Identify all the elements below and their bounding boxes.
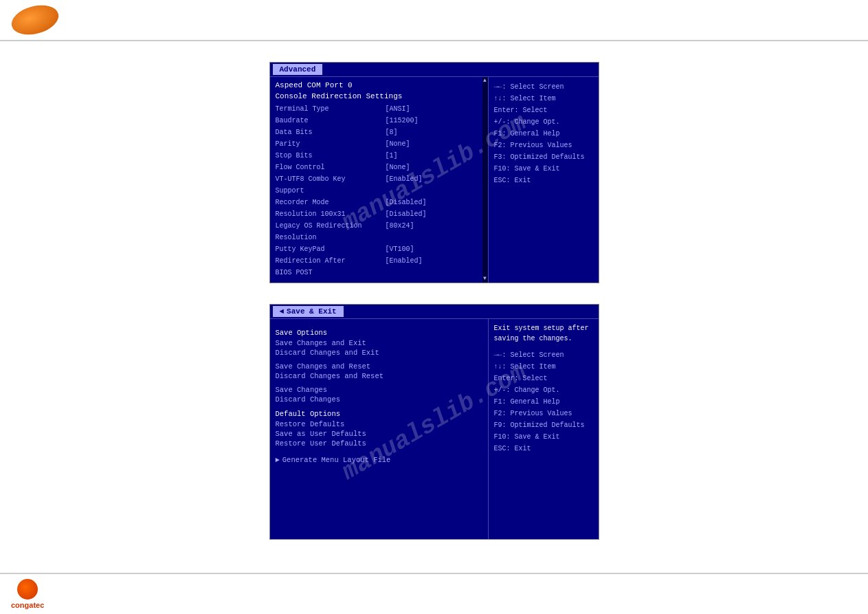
- bios-row-data-bits: Data Bits [8]: [276, 127, 482, 138]
- bios-tab-bar-2: ◄ Save & Exit: [270, 305, 599, 319]
- help-f2-2: F2: Previous Values: [494, 408, 593, 419]
- bios-row-resolution-100x31: Resolution 100x31 [Disabled]: [276, 208, 482, 220]
- discard-changes-label: Discard Changes: [276, 395, 341, 404]
- bios-row-baudrate: Baudrate [115200]: [276, 115, 482, 127]
- bios-row-vt-utf8: VT-UTF8 Combo Key [Enabled]: [276, 173, 482, 185]
- bios-screenshot-save-exit: manualslib.com ◄ Save & Exit Save Option…: [269, 304, 599, 540]
- bios-label-parity: Parity: [276, 138, 386, 150]
- save-changes-exit-label: Save Changes and Exit: [276, 339, 366, 347]
- bios-row-parity: Parity [None]: [276, 138, 482, 150]
- bios-label-vt-utf8: VT-UTF8 Combo Key: [276, 173, 386, 185]
- bios-right-panel-2: Exit system setup after saving the chang…: [489, 319, 599, 539]
- tab-save-exit-label: Save & Exit: [287, 307, 337, 316]
- bios-label-stop-bits: Stop Bits: [276, 150, 386, 162]
- bios-screenshot-advanced: manualslib.com Advanced Aspeed COM Port …: [269, 62, 599, 283]
- bios-value-vt-utf8: [Enabled]: [386, 173, 423, 185]
- help-select-item-1: ↑↓: Select Item: [494, 93, 593, 105]
- bios-label-putty-keypad: Putty KeyPad: [276, 243, 386, 255]
- main-content: manualslib.com Advanced Aspeed COM Port …: [0, 48, 868, 553]
- header-logo: [11, 6, 59, 34]
- bios-row-putty-keypad: Putty KeyPad [VT100]: [276, 243, 482, 255]
- bios-value-redirection-after: [Enabled]: [386, 255, 423, 267]
- bios-row-redirection-after: Redirection After [Enabled]: [276, 255, 482, 267]
- save-as-user-label: Save as User Defaults: [276, 430, 366, 438]
- bios-value-legacy-os: [80x24]: [386, 220, 414, 232]
- bios-row-flow-control: Flow Control [None]: [276, 162, 482, 173]
- help-enter-2: Enter: Select: [494, 373, 593, 384]
- bios-label-data-bits: Data Bits: [276, 127, 386, 138]
- bios-label-bios-post: BIOS POST: [276, 267, 386, 278]
- bios-item-discard-changes-exit: Discard Changes and Exit: [276, 348, 482, 358]
- bios-value-stop-bits: [1]: [386, 150, 398, 162]
- congatec-logo-icon: [8, 1, 62, 40]
- help-f9-2: F9: Optimized Defaults: [494, 419, 593, 431]
- help-f1-1: F1: General Help: [494, 128, 593, 140]
- generate-menu-label: Generate Menu Layout File: [282, 456, 391, 464]
- bios-value-recorder-mode: [Disabled]: [386, 197, 427, 208]
- bios-item-discard-changes-reset: Discard Changes and Reset: [276, 371, 482, 381]
- bios-value-data-bits: [8]: [386, 127, 398, 138]
- bios-body-1: Aspeed COM Port 0 Console Redirection Se…: [270, 77, 599, 283]
- bios-label-baudrate: Baudrate: [276, 115, 386, 127]
- bios-label-support: Support: [276, 185, 386, 197]
- bios-label-redirection-after: Redirection After: [276, 255, 386, 267]
- help-f2-1: F2: Previous Values: [494, 140, 593, 151]
- help-f10-1: F10: Save & Exit: [494, 163, 593, 175]
- bios-tab-save-exit: ◄ Save & Exit: [273, 306, 344, 317]
- bios-tab-advanced: Advanced: [273, 64, 323, 75]
- bios-value-resolution-100x31: [Disabled]: [386, 208, 427, 220]
- default-options-header: Default Options: [276, 410, 482, 418]
- bios-left-panel-2: Save Options Save Changes and Exit Disca…: [270, 319, 489, 539]
- scroll-down-arrow: ▼: [483, 275, 487, 281]
- bios-section-title-1: Aspeed COM Port 0: [276, 81, 482, 89]
- footer-logo-text: congatec: [11, 601, 44, 609]
- bios-value-baudrate: [115200]: [386, 115, 419, 127]
- restore-user-label: Restore User Defaults: [276, 439, 366, 448]
- page-footer: congatec: [0, 573, 868, 614]
- bios-label-recorder-mode: Recorder Mode: [276, 197, 386, 208]
- help-change-opt-1: +/-: Change Opt.: [494, 116, 593, 128]
- bios-value-flow-control: [None]: [386, 162, 410, 173]
- save-changes-label: Save Changes: [276, 386, 328, 394]
- save-options-header: Save Options: [276, 329, 482, 337]
- help-select-screen-1: →←: Select Screen: [494, 81, 593, 93]
- footer-logo-icon: [17, 579, 38, 600]
- bios-row-terminal-type: Terminal Type [ANSI]: [276, 103, 482, 115]
- bios-item-save-changes: Save Changes: [276, 385, 482, 395]
- help-select-item-2: ↑↓: Select Item: [494, 361, 593, 373]
- help-f3-1: F3: Optimized Defaults: [494, 151, 593, 163]
- bios-body-2: Save Options Save Changes and Exit Disca…: [270, 319, 599, 539]
- bios-item-save-changes-reset: Save Changes and Reset: [276, 362, 482, 371]
- discard-changes-reset-label: Discard Changes and Reset: [276, 372, 384, 380]
- bios-row-bios-post: BIOS POST: [276, 267, 482, 278]
- help-esc-2: ESC: Exit: [494, 443, 593, 454]
- bios-label-flow-control: Flow Control: [276, 162, 386, 173]
- bios-section-title-2: Console Redirection Settings: [276, 92, 482, 100]
- bios-row-recorder-mode: Recorder Mode [Disabled]: [276, 197, 482, 208]
- footer-logo: congatec: [11, 579, 44, 609]
- help-f10-2: F10: Save & Exit: [494, 431, 593, 443]
- help-esc-1: ESC: Exit: [494, 175, 593, 186]
- bios-row-stop-bits: Stop Bits [1]: [276, 150, 482, 162]
- bios-row-support: Support: [276, 185, 482, 197]
- page-header: [0, 0, 868, 41]
- bios-item-restore-defaults: Restore Defaults: [276, 419, 482, 429]
- bios-row-legacy-os: Legacy OS Redirection [80x24]: [276, 220, 482, 232]
- help-enter-1: Enter: Select: [494, 105, 593, 116]
- bios-scrollbar-1: ▲ ▼: [482, 77, 488, 283]
- bios-label-resolution: Resolution: [276, 232, 386, 243]
- bios-item-restore-user: Restore User Defaults: [276, 439, 482, 448]
- bios-item-save-as-user: Save as User Defaults: [276, 429, 482, 439]
- bios-left-panel-1: Aspeed COM Port 0 Console Redirection Se…: [270, 77, 489, 283]
- bios-item-generate-menu: ► Generate Menu Layout File: [276, 455, 482, 465]
- help-select-screen-2: →←: Select Screen: [494, 349, 593, 361]
- generate-menu-arrow: ►: [276, 456, 280, 464]
- help-change-opt-2: +/-: Change Opt.: [494, 384, 593, 396]
- restore-defaults-label: Restore Defaults: [276, 420, 345, 428]
- bios-help-panel-1: →←: Select Screen ↑↓: Select Item Enter:…: [489, 77, 599, 283]
- bios-item-discard-changes: Discard Changes: [276, 395, 482, 404]
- help-description: Exit system setup after saving the chang…: [494, 323, 593, 344]
- bios-label-terminal-type: Terminal Type: [276, 103, 386, 115]
- bios-row-resolution: Resolution: [276, 232, 482, 243]
- scroll-up-arrow: ▲: [483, 77, 487, 83]
